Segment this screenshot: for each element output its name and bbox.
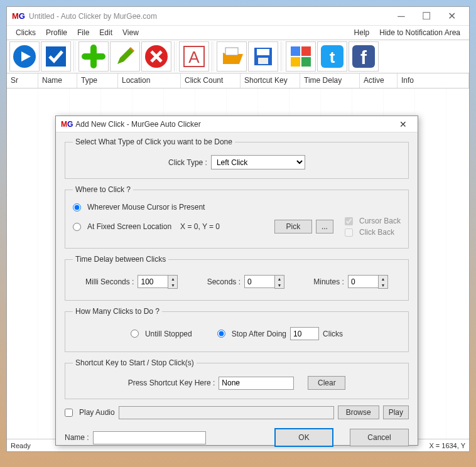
dialog-logo-icon: MG — [61, 120, 73, 129]
svg-text:A: A — [188, 48, 200, 67]
untill-radio[interactable] — [131, 330, 139, 338]
col-timedelay[interactable]: Time Delay — [300, 73, 360, 88]
close-button[interactable]: ✕ — [439, 9, 464, 24]
ms-label: Milli Seconds : — [85, 277, 134, 286]
svg-text:f: f — [360, 47, 367, 68]
svg-rect-10 — [301, 46, 311, 56]
svg-rect-11 — [291, 57, 300, 67]
play-button[interactable]: Play — [383, 405, 409, 419]
svg-rect-8 — [258, 58, 268, 64]
maximize-button[interactable]: ☐ — [414, 9, 439, 24]
menu-view[interactable]: View — [117, 27, 144, 38]
save-button[interactable] — [248, 41, 278, 72]
col-type[interactable]: Type — [77, 73, 118, 88]
where-fixed-label: At Fixed Screen Location — [87, 222, 171, 231]
menu-hide[interactable]: Hide to Notification Area — [374, 27, 465, 38]
cancel-button[interactable]: Cancel — [350, 429, 409, 446]
audio-path-input — [119, 406, 334, 419]
toolbar: A t f — [7, 40, 469, 73]
titlebar: MG Untitled - Auto Clicker by MurGee.com… — [7, 7, 469, 26]
col-shortcut[interactable]: Shortcut Key — [241, 73, 300, 88]
delay-group: Time Delay between Clicks Milli Seconds … — [65, 255, 409, 301]
font-button[interactable]: A — [179, 41, 209, 72]
stop-after-label: Stop After Doing — [232, 330, 286, 338]
howmany-group: How Many Clicks to Do ? Untill Stopped S… — [65, 307, 409, 352]
google-button[interactable] — [286, 41, 316, 72]
click-type-select[interactable]: Left Click — [211, 155, 305, 169]
minimize-button[interactable]: ─ — [389, 9, 414, 24]
delete-button[interactable] — [141, 41, 171, 72]
where-cursor-label: Wherever Mouse Cursor is Present — [87, 203, 205, 212]
clear-button[interactable]: Clear — [308, 376, 345, 390]
col-name[interactable]: Name — [38, 73, 77, 88]
add-button[interactable] — [78, 41, 109, 72]
min-input[interactable] — [348, 275, 378, 288]
howmany-legend: How Many Clicks to Do ? — [73, 307, 162, 316]
min-spinner[interactable]: ▲▼ — [348, 275, 388, 289]
shortcut-input[interactable] — [219, 377, 294, 390]
col-active[interactable]: Active — [360, 73, 398, 88]
col-info[interactable]: Info — [398, 73, 469, 88]
where-cursor-radio[interactable] — [73, 203, 81, 212]
click-type-label: Click Type : — [168, 158, 207, 167]
ok-button[interactable]: OK — [274, 428, 333, 447]
sec-spinner[interactable]: ▲▼ — [244, 275, 284, 289]
add-click-dialog: MG Add New Click - MurGee Auto Clicker ✕… — [55, 115, 418, 446]
press-label: Press Shortcut Key Here : — [128, 378, 215, 387]
edit-button[interactable] — [110, 41, 140, 72]
name-input[interactable] — [93, 431, 206, 444]
where-coords: X = 0, Y = 0 — [180, 222, 220, 231]
click-back-checkbox — [345, 228, 353, 237]
down-icon[interactable]: ▼ — [275, 282, 284, 288]
play-audio-checkbox[interactable] — [65, 409, 73, 417]
up-icon[interactable]: ▲ — [275, 276, 284, 282]
cursor-back-checkbox — [345, 217, 353, 225]
menu-edit[interactable]: Edit — [94, 27, 117, 38]
shortcut-legend: Shortcut Key to Start / Stop Click(s) — [73, 358, 197, 367]
col-location[interactable]: Location — [118, 73, 181, 88]
play-button[interactable] — [9, 41, 40, 72]
svg-rect-12 — [301, 57, 311, 67]
play-audio-label: Play Audio — [79, 408, 115, 417]
sec-label: Seconds : — [207, 277, 241, 286]
dialog-close-button[interactable]: ✕ — [394, 117, 413, 131]
browse-button[interactable]: Browse — [338, 405, 379, 419]
pick-button[interactable]: Pick — [274, 220, 312, 234]
column-headers: Sr Name Type Location Click Count Shortc… — [7, 73, 469, 89]
name-label: Name : — [65, 433, 89, 442]
col-sr[interactable]: Sr — [7, 73, 38, 88]
status-coords: X = 1634, Y — [429, 442, 465, 449]
click-back-label: Click Back — [359, 228, 394, 237]
stop-count-input[interactable] — [290, 327, 319, 340]
svg-rect-5 — [225, 48, 238, 55]
facebook-button[interactable]: f — [349, 41, 379, 72]
open-button[interactable] — [217, 41, 247, 72]
twitter-button[interactable]: t — [317, 41, 347, 72]
where-fixed-radio[interactable] — [73, 223, 81, 231]
menu-clicks[interactable]: Clicks — [11, 27, 41, 38]
ms-spinner[interactable]: ▲▼ — [138, 275, 178, 289]
app-logo-icon: MG — [12, 11, 25, 21]
menu-help[interactable]: Help — [349, 27, 375, 38]
down-icon[interactable]: ▼ — [168, 282, 177, 288]
menu-profile[interactable]: Profile — [41, 27, 72, 38]
menu-file[interactable]: File — [72, 27, 94, 38]
click-type-legend: Select What Type of Click you want to be… — [73, 137, 235, 146]
up-icon[interactable]: ▲ — [168, 276, 177, 282]
down-icon[interactable]: ▼ — [379, 282, 387, 288]
ms-input[interactable] — [138, 275, 168, 288]
svg-rect-7 — [257, 49, 269, 55]
where-group: Where to Click ? Wherever Mouse Cursor i… — [65, 185, 409, 249]
stop-after-radio[interactable] — [217, 330, 225, 338]
untill-label: Untill Stopped — [145, 330, 192, 338]
menubar: Clicks Profile File Edit View Help Hide … — [7, 26, 469, 40]
up-icon[interactable]: ▲ — [379, 276, 387, 282]
sec-input[interactable] — [244, 275, 274, 288]
window-title: Untitled - Auto Clicker by MurGee.com — [29, 12, 389, 21]
dots-button[interactable]: ... — [316, 220, 333, 234]
min-label: Minutes : — [313, 277, 344, 286]
where-legend: Where to Click ? — [73, 185, 133, 194]
dialog-title: Add New Click - MurGee Auto Clicker — [75, 120, 394, 129]
col-clickcount[interactable]: Click Count — [181, 73, 241, 88]
check-button[interactable] — [41, 41, 71, 72]
